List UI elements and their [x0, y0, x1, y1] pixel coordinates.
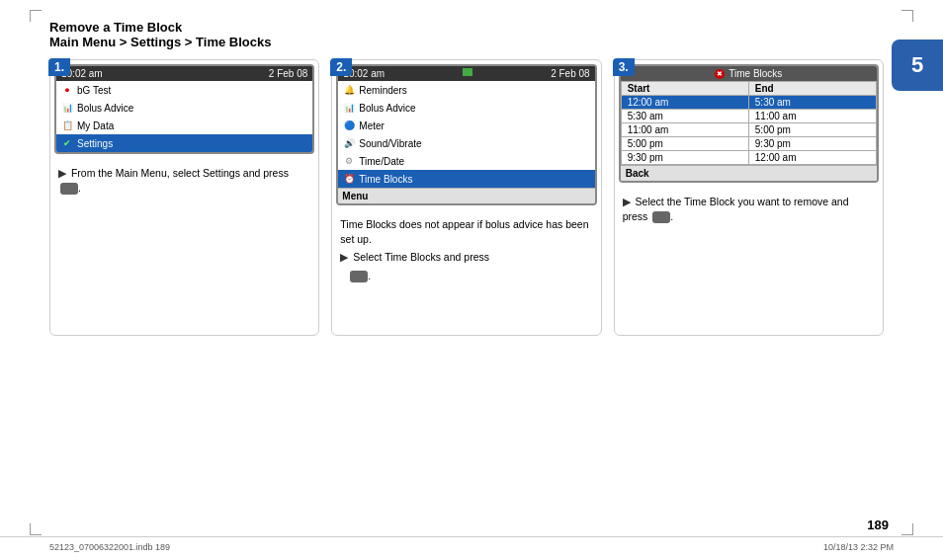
step-1-screen: 10:02 am 2 Feb 08 ● bG Test 📊 Bolus Advi…: [54, 64, 314, 154]
footer-right: 10/18/13 2:32 PM: [823, 542, 894, 552]
step-1-card: 1. 10:02 am 2 Feb 08 ● bG Test 📊: [49, 59, 319, 336]
step-3-arrow: ▶: [623, 196, 631, 207]
footer: 52123_07006322001.indb 189 10/18/13 2:32…: [0, 536, 943, 552]
tb-cell-end: 9:30 pm: [748, 137, 876, 151]
corner-mark-br: [901, 523, 913, 535]
sound-label: Sound/Vibrate: [359, 138, 421, 149]
tb-cell-end: 12:00 am: [748, 151, 876, 165]
settings-icon: ✔: [60, 136, 74, 150]
steps-container: 1. 10:02 am 2 Feb 08 ● bG Test 📊: [49, 59, 884, 336]
step-2-arrow: ▶: [340, 251, 348, 263]
menu-item-timedate[interactable]: ⚙ Time/Date: [338, 152, 594, 170]
step-2-action: ▶ Select Time Blocks and press: [340, 250, 592, 265]
step-2-badge: 2.: [330, 58, 352, 76]
tb-cell-start: 5:00 pm: [621, 137, 748, 151]
tb-row[interactable]: 12:00 am5:30 am: [621, 96, 876, 110]
step-3-card: 3. ✖ Time Blocks Start End: [614, 59, 884, 336]
tb-icon: ✖: [715, 69, 725, 79]
menu-item-bolus-advice[interactable]: 📊 Bolus Advice: [56, 99, 312, 117]
meter-label: Meter: [359, 120, 385, 131]
step-2-desc-text: Select Time Blocks and press: [353, 251, 489, 263]
tb-back[interactable]: Back: [621, 165, 877, 181]
timeblocks-icon: ⏰: [342, 172, 356, 186]
settings-label: Settings: [77, 138, 113, 149]
bolus-advice-icon: 📊: [60, 101, 74, 115]
menu-item-bolus-advice-2[interactable]: 📊 Bolus Advice: [338, 99, 594, 117]
tb-cell-start: 9:30 pm: [621, 151, 748, 165]
tb-row[interactable]: 11:00 am5:00 pm: [621, 123, 876, 137]
step-2-desc: Time Blocks does not appear if bolus adv…: [332, 209, 600, 289]
step-2-date: 2 Feb 08: [551, 68, 589, 79]
bolus-advice-2-icon: 📊: [342, 101, 356, 115]
reminders-label: Reminders: [359, 85, 406, 96]
menu-bottom-bar: Menu: [338, 188, 594, 203]
step-3-desc: ▶ Select the Time Block you want to remo…: [615, 187, 883, 229]
title-line2: Main Menu > Settings > Time Blocks: [49, 35, 884, 49]
bolus-advice-label: Bolus Advice: [77, 103, 133, 114]
tb-header: ✖ Time Blocks: [621, 66, 877, 81]
main-content: Remove a Time Block Main Menu > Settings…: [49, 20, 884, 520]
corner-mark-tl: [30, 10, 42, 22]
step-1-arrow: ▶: [58, 167, 66, 179]
tb-row[interactable]: 9:30 pm12:00 am: [621, 151, 876, 165]
bg-test-icon: ●: [60, 83, 74, 97]
step-2-note: Time Blocks does not appear if bolus adv…: [340, 217, 592, 246]
tb-cell-end: 5:00 pm: [748, 123, 876, 137]
tb-col-start: Start: [621, 82, 748, 96]
step-1-date: 2 Feb 08: [269, 68, 307, 79]
step-2-period: .: [368, 270, 371, 281]
step-3-period: .: [670, 210, 673, 222]
step-1-period: .: [78, 182, 81, 194]
tb-cell-start: 11:00 am: [621, 123, 748, 137]
title-line1: Remove a Time Block: [49, 20, 884, 35]
menu-item-bg-test[interactable]: ● bG Test: [56, 81, 312, 99]
menu-item-settings[interactable]: ✔ Settings: [56, 134, 312, 152]
my-data-label: My Data: [77, 120, 114, 131]
step-1-desc-text: From the Main Menu, select Settings and …: [71, 167, 289, 179]
tb-row[interactable]: 5:30 am11:00 am: [621, 110, 876, 123]
step-2-screen-header: 10:02 am 2 Feb 08: [338, 66, 594, 81]
step-1-screen-header: 10:02 am 2 Feb 08: [56, 66, 312, 81]
meter-icon: 🔵: [342, 119, 356, 132]
menu-item-my-data[interactable]: 📋 My Data: [56, 117, 312, 134]
page-tab: 5: [892, 40, 943, 91]
step-2-button-wrap: .: [348, 269, 592, 283]
menu-item-reminders[interactable]: 🔔 Reminders: [338, 81, 594, 99]
page-number-bottom: 189: [867, 518, 889, 532]
step-2-button-icon: [350, 271, 368, 282]
menu-item-timeblocks[interactable]: ⏰ Time Blocks: [338, 170, 594, 188]
step-3-badge: 3.: [613, 58, 635, 76]
timedate-label: Time/Date: [359, 156, 404, 167]
step-1-button-icon: [60, 183, 78, 195]
step-2-screen: 10:02 am 2 Feb 08 🔔 Reminders 📊 Bolus Ad…: [336, 64, 596, 205]
tb-cell-start: 12:00 am: [621, 96, 748, 110]
step-2-screen-body: 🔔 Reminders 📊 Bolus Advice 🔵 Meter: [338, 81, 594, 203]
footer-left: 52123_07006322001.indb 189: [49, 542, 170, 552]
sound-icon: 🔊: [342, 136, 356, 150]
step-1-badge: 1.: [48, 58, 70, 76]
title-section: Remove a Time Block Main Menu > Settings…: [49, 20, 884, 49]
corner-mark-bl: [30, 523, 42, 535]
tb-cell-end: 11:00 am: [748, 110, 876, 123]
page-number: 5: [911, 52, 923, 78]
tb-col-end: End: [748, 82, 876, 96]
step-3-button-icon: [652, 211, 670, 223]
bolus-advice-2-label: Bolus Advice: [359, 103, 415, 114]
bg-test-label: bG Test: [77, 85, 111, 96]
timedate-icon: ⚙: [342, 154, 356, 168]
step-1-screen-body: ● bG Test 📊 Bolus Advice 📋 My Data ✔: [56, 81, 312, 152]
step-1-desc: ▶ From the Main Menu, select Settings an…: [50, 158, 318, 200]
timeblocks-label: Time Blocks: [359, 174, 412, 185]
tb-cell-end: 5:30 am: [748, 96, 876, 110]
menu-item-meter[interactable]: 🔵 Meter: [338, 117, 594, 134]
my-data-icon: 📋: [60, 119, 74, 132]
tb-table: Start End 12:00 am5:30 am5:30 am11:00 am…: [621, 81, 877, 165]
tb-row[interactable]: 5:00 pm9:30 pm: [621, 137, 876, 151]
corner-mark-tr: [901, 10, 913, 22]
step-2-signal: [463, 68, 472, 76]
step-3-screen: ✖ Time Blocks Start End 12:00 am5:30 am5…: [619, 64, 879, 183]
menu-item-sound[interactable]: 🔊 Sound/Vibrate: [338, 134, 594, 152]
tb-cell-start: 5:30 am: [621, 110, 748, 123]
reminders-icon: 🔔: [342, 83, 356, 97]
step-2-card: 2. 10:02 am 2 Feb 08 🔔 Reminders: [331, 59, 601, 336]
